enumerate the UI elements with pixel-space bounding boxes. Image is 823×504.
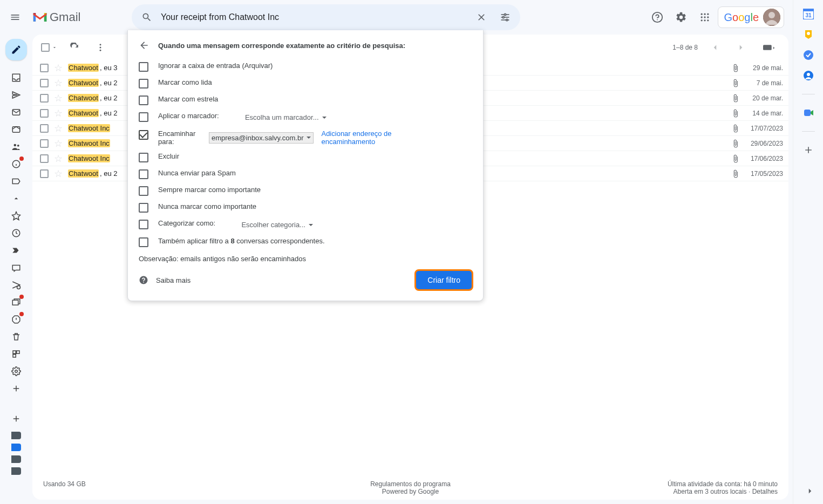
nav-info-icon[interactable] xyxy=(8,155,25,173)
nav-starred-icon[interactable] xyxy=(8,207,25,224)
nav-manage-labels-icon[interactable] xyxy=(8,363,25,380)
row-checkbox[interactable] xyxy=(40,124,49,133)
row-sender: Chatwoot, eu 2 xyxy=(68,94,127,102)
search-icon[interactable] xyxy=(135,5,159,29)
terms-link[interactable]: Regulamentos do programa xyxy=(370,480,451,488)
svg-rect-39 xyxy=(763,45,772,50)
nav-snoozed-icon[interactable] xyxy=(8,224,25,242)
row-checkbox[interactable] xyxy=(40,139,49,148)
learn-more-link[interactable]: Saiba mais xyxy=(156,276,191,284)
opt-never-important-checkbox[interactable] xyxy=(139,203,148,213)
opt-delete-checkbox[interactable] xyxy=(139,153,148,162)
refresh-icon[interactable] xyxy=(66,39,83,56)
star-icon[interactable]: ☆ xyxy=(54,169,63,179)
star-icon[interactable]: ☆ xyxy=(54,124,63,133)
star-icon[interactable]: ☆ xyxy=(54,78,63,88)
nav-chats-icon[interactable] xyxy=(8,259,25,276)
settings-icon[interactable] xyxy=(670,6,692,28)
nav-drafts-icon[interactable] xyxy=(8,121,25,138)
label-blue[interactable] xyxy=(11,444,21,451)
search-input[interactable] xyxy=(159,12,470,22)
opt-star-checkbox[interactable] xyxy=(139,96,148,105)
row-checkbox[interactable] xyxy=(40,169,49,178)
gmail-logo[interactable]: Gmail xyxy=(30,10,127,24)
nav-outbox-icon[interactable] xyxy=(8,104,25,121)
opt-skip-inbox-checkbox[interactable] xyxy=(139,62,148,72)
opt-always-important-checkbox[interactable] xyxy=(139,186,148,196)
meet-app-icon[interactable] xyxy=(803,107,814,118)
nav-trash-icon[interactable] xyxy=(8,328,25,345)
opt-also-apply-label: Também aplicar filtro a 8 conversas corr… xyxy=(158,237,325,245)
star-icon[interactable]: ☆ xyxy=(54,108,63,118)
search-options-icon[interactable] xyxy=(493,5,517,29)
nav-all-mail-icon[interactable] xyxy=(8,294,25,311)
nav-less-icon[interactable] xyxy=(8,190,25,207)
star-icon[interactable]: ☆ xyxy=(54,154,63,164)
label-grey[interactable] xyxy=(11,432,21,439)
side-panel-toggle-icon[interactable] xyxy=(799,480,821,502)
svg-point-46 xyxy=(807,73,810,76)
nav-rail xyxy=(0,35,32,504)
forward-address-dropdown[interactable]: empresa@inbox.salvy.com.br xyxy=(209,132,314,144)
svg-point-17 xyxy=(704,16,706,18)
clear-search-icon[interactable] xyxy=(470,5,493,29)
category-dropdown[interactable]: Escolher categoria... xyxy=(239,219,316,230)
opt-delete-label: Excluir xyxy=(158,152,179,160)
nav-scheduled-icon[interactable] xyxy=(8,276,25,294)
row-checkbox[interactable] xyxy=(40,79,49,87)
create-filter-button[interactable]: Criar filtro xyxy=(416,270,472,290)
nav-inbox-icon[interactable] xyxy=(8,69,25,86)
nav-label-icon[interactable] xyxy=(8,173,25,190)
calendar-app-icon[interactable]: 31 xyxy=(803,9,814,19)
row-sender: Chatwoot Inc xyxy=(68,154,127,162)
tasks-app-icon[interactable] xyxy=(803,50,814,60)
nav-spam-icon[interactable] xyxy=(8,311,25,328)
more-icon[interactable] xyxy=(92,39,109,56)
compose-button[interactable] xyxy=(5,39,27,60)
svg-point-14 xyxy=(704,13,706,15)
opt-never-spam-checkbox[interactable] xyxy=(139,169,148,179)
row-checkbox[interactable] xyxy=(40,109,49,118)
nav-add-icon[interactable] xyxy=(8,410,25,427)
nav-categories-icon[interactable] xyxy=(8,345,25,363)
apps-icon[interactable] xyxy=(694,6,716,28)
select-all-checkbox[interactable] xyxy=(41,43,50,52)
opt-categorize-checkbox[interactable] xyxy=(139,220,148,229)
star-icon[interactable]: ☆ xyxy=(54,139,63,148)
star-icon[interactable]: ☆ xyxy=(54,93,63,103)
opt-also-apply-checkbox[interactable] xyxy=(139,237,148,247)
row-date: 29/06/2023 xyxy=(745,140,783,147)
input-tools-icon[interactable] xyxy=(758,39,780,56)
opt-categorize-label: Categorizar como: xyxy=(158,219,215,227)
label-grey-2[interactable] xyxy=(11,455,21,463)
label-dropdown[interactable]: Escolha um marcador... xyxy=(242,112,329,123)
prev-page-icon[interactable] xyxy=(706,39,724,56)
opt-mark-read-checkbox[interactable] xyxy=(139,79,148,88)
opt-apply-label-checkbox[interactable] xyxy=(139,112,148,122)
row-checkbox[interactable] xyxy=(40,94,49,103)
main-menu-icon[interactable] xyxy=(4,6,26,28)
add-forwarding-link[interactable]: Adicionar endereço de encaminhamento xyxy=(321,130,407,146)
nav-important-icon[interactable] xyxy=(8,242,25,259)
nav-sent-icon[interactable] xyxy=(8,86,25,104)
label-grey-3[interactable] xyxy=(11,467,21,475)
nav-create-label-icon[interactable] xyxy=(8,380,25,397)
get-addons-icon[interactable] xyxy=(803,145,814,155)
nav-contacts-icon[interactable] xyxy=(8,138,25,155)
keep-app-icon[interactable] xyxy=(803,29,814,40)
details-link[interactable]: Detalhes xyxy=(752,488,778,495)
create-filter-dialog: Quando uma mensagem corresponde exatamen… xyxy=(127,30,484,301)
open-elsewhere-text: Aberta em 3 outros locais xyxy=(674,488,747,495)
contacts-app-icon[interactable] xyxy=(803,70,814,81)
select-dropdown-icon[interactable] xyxy=(52,45,57,50)
support-icon[interactable] xyxy=(647,6,668,28)
row-checkbox[interactable] xyxy=(40,64,49,72)
avatar[interactable] xyxy=(763,9,780,26)
row-checkbox[interactable] xyxy=(40,154,49,163)
back-icon[interactable] xyxy=(139,40,149,51)
account-chip[interactable]: Google xyxy=(718,6,784,28)
star-icon[interactable]: ☆ xyxy=(54,63,63,73)
attachment-icon xyxy=(731,79,740,87)
next-page-icon[interactable] xyxy=(732,39,750,56)
opt-forward-checkbox[interactable] xyxy=(139,130,148,140)
